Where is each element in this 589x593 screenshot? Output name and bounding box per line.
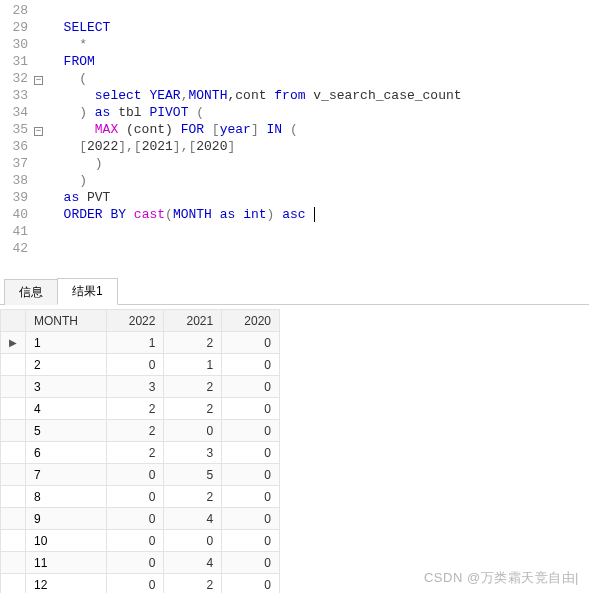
cell[interactable]: 10: [26, 530, 107, 552]
cell[interactable]: 3: [164, 442, 222, 464]
code-line[interactable]: [2022],[2021],[2020]: [48, 138, 589, 155]
table-row[interactable]: 10000: [1, 530, 280, 552]
cell[interactable]: 1: [26, 332, 107, 354]
cell[interactable]: 4: [26, 398, 107, 420]
cell[interactable]: 0: [222, 354, 280, 376]
cell[interactable]: 3: [26, 376, 107, 398]
cell[interactable]: 0: [106, 508, 164, 530]
tab-0[interactable]: 信息: [4, 279, 58, 305]
fold-marker: [34, 2, 48, 19]
cell[interactable]: 0: [106, 530, 164, 552]
cell[interactable]: 2: [164, 332, 222, 354]
fold-marker[interactable]: −: [34, 121, 48, 138]
cell[interactable]: 0: [106, 552, 164, 574]
fold-marker: [34, 240, 48, 257]
cell[interactable]: 5: [164, 464, 222, 486]
cell[interactable]: 0: [222, 464, 280, 486]
cell[interactable]: 6: [26, 442, 107, 464]
cell[interactable]: 0: [106, 486, 164, 508]
table-row[interactable]: 7050: [1, 464, 280, 486]
cell[interactable]: 0: [222, 420, 280, 442]
cell[interactable]: 12: [26, 574, 107, 594]
cell[interactable]: 0: [222, 376, 280, 398]
sql-editor[interactable]: 282930313233343536373839404142 −− SELECT…: [0, 0, 589, 265]
code-line[interactable]: FROM: [48, 53, 589, 70]
cell[interactable]: 0: [222, 530, 280, 552]
row-indicator: [1, 398, 26, 420]
cell[interactable]: 2: [164, 574, 222, 594]
table-row[interactable]: 2010: [1, 354, 280, 376]
cell[interactable]: 0: [222, 332, 280, 354]
fold-column: −−: [34, 2, 48, 257]
cell[interactable]: 2: [164, 376, 222, 398]
cell[interactable]: 2: [106, 420, 164, 442]
row-indicator: [1, 354, 26, 376]
result-tabs: 信息结果1: [0, 277, 589, 305]
table-row[interactable]: 5200: [1, 420, 280, 442]
code-line[interactable]: ): [48, 172, 589, 189]
code-line[interactable]: ORDER BY cast(MONTH as int) asc: [48, 206, 589, 223]
code-area[interactable]: SELECT * FROM ( select YEAR,MONTH,cont f…: [48, 2, 589, 257]
cell[interactable]: 2: [164, 486, 222, 508]
row-indicator: [1, 442, 26, 464]
code-line[interactable]: SELECT: [48, 19, 589, 36]
code-line[interactable]: MAX (cont) FOR [year] IN (: [48, 121, 589, 138]
cell[interactable]: 4: [164, 508, 222, 530]
table-row[interactable]: 9040: [1, 508, 280, 530]
results-grid[interactable]: MONTH202220212020▶1120201033204220520062…: [0, 309, 280, 593]
cell[interactable]: 0: [164, 530, 222, 552]
code-line[interactable]: as PVT: [48, 189, 589, 206]
cell[interactable]: 0: [164, 420, 222, 442]
table-row[interactable]: 3320: [1, 376, 280, 398]
table-row[interactable]: ▶1120: [1, 332, 280, 354]
cell[interactable]: 5: [26, 420, 107, 442]
code-line[interactable]: ) as tbl PIVOT (: [48, 104, 589, 121]
code-line[interactable]: ): [48, 155, 589, 172]
cell[interactable]: 11: [26, 552, 107, 574]
line-number: 28: [0, 2, 28, 19]
row-indicator: [1, 464, 26, 486]
table-row[interactable]: 12020: [1, 574, 280, 594]
cell[interactable]: 0: [222, 486, 280, 508]
cell[interactable]: 3: [106, 376, 164, 398]
cell[interactable]: 0: [222, 574, 280, 594]
code-line[interactable]: [48, 2, 589, 19]
column-header[interactable]: 2022: [106, 310, 164, 332]
table-row[interactable]: 11040: [1, 552, 280, 574]
cell[interactable]: 0: [222, 552, 280, 574]
cell[interactable]: 0: [106, 354, 164, 376]
cell[interactable]: 0: [106, 464, 164, 486]
column-header[interactable]: 2020: [222, 310, 280, 332]
cell[interactable]: 7: [26, 464, 107, 486]
cell[interactable]: 2: [106, 398, 164, 420]
table-row[interactable]: 4220: [1, 398, 280, 420]
row-indicator: [1, 376, 26, 398]
cell[interactable]: 0: [222, 442, 280, 464]
code-line[interactable]: [48, 223, 589, 240]
cell[interactable]: 2: [106, 442, 164, 464]
column-header[interactable]: 2021: [164, 310, 222, 332]
cell[interactable]: 0: [222, 508, 280, 530]
cell[interactable]: 2: [26, 354, 107, 376]
code-line[interactable]: *: [48, 36, 589, 53]
fold-marker[interactable]: −: [34, 70, 48, 87]
code-line[interactable]: select YEAR,MONTH,cont from v_search_cas…: [48, 87, 589, 104]
cell[interactable]: 8: [26, 486, 107, 508]
cell[interactable]: 0: [106, 574, 164, 594]
cell[interactable]: 2: [164, 398, 222, 420]
results-grid-wrap: MONTH202220212020▶1120201033204220520062…: [0, 309, 280, 593]
table-row[interactable]: 6230: [1, 442, 280, 464]
cell[interactable]: 0: [222, 398, 280, 420]
code-line[interactable]: [48, 240, 589, 257]
code-line[interactable]: (: [48, 70, 589, 87]
line-number: 35: [0, 121, 28, 138]
tab-1[interactable]: 结果1: [57, 278, 118, 305]
watermark: CSDN @万类霜天竞自由|: [424, 569, 579, 587]
cell[interactable]: 9: [26, 508, 107, 530]
cell[interactable]: 4: [164, 552, 222, 574]
fold-marker: [34, 138, 48, 155]
column-header[interactable]: MONTH: [26, 310, 107, 332]
table-row[interactable]: 8020: [1, 486, 280, 508]
cell[interactable]: 1: [106, 332, 164, 354]
cell[interactable]: 1: [164, 354, 222, 376]
